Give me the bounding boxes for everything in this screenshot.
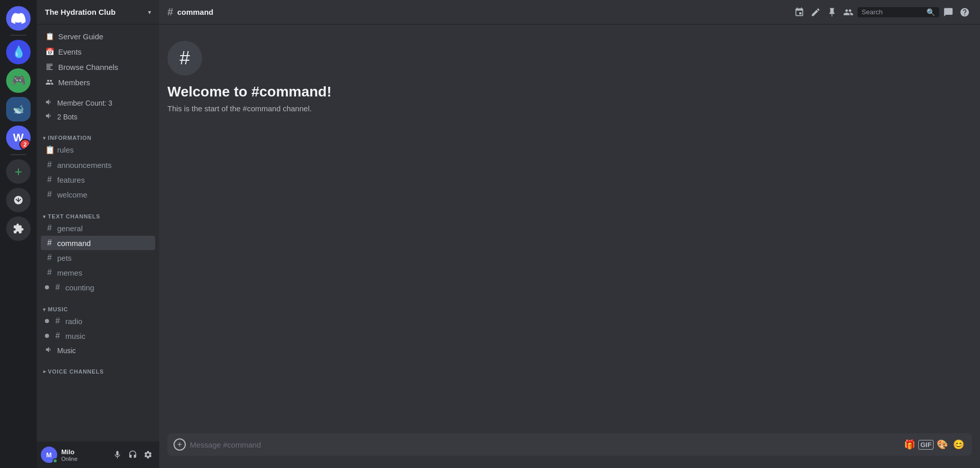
user-panel: M Milo Online bbox=[37, 441, 159, 468]
welcome-description: This is the start of the #command channe… bbox=[167, 104, 972, 113]
server-avatar-1[interactable]: 💧 bbox=[6, 40, 31, 64]
channel-name: general bbox=[57, 224, 151, 233]
category-information: ▾ INFORMATION 📋 rules # announcements # … bbox=[37, 126, 159, 204]
chat-messages: # Welcome to #command! This is the start… bbox=[159, 24, 980, 433]
emoji-button[interactable]: 😊 bbox=[951, 437, 966, 452]
edit-button[interactable] bbox=[808, 5, 823, 19]
hash-icon: # bbox=[45, 224, 54, 233]
icon-bar-divider-1 bbox=[10, 35, 27, 36]
sidebar-item-label: Server Guide bbox=[58, 32, 103, 41]
welcome-icon: # bbox=[167, 41, 202, 76]
channel-command[interactable]: # command bbox=[41, 236, 155, 250]
gif-button[interactable]: GIF bbox=[919, 437, 933, 452]
category-label: TEXT CHANNELS bbox=[48, 213, 101, 219]
sidebar-item-browse-channels[interactable]: Browse Channels bbox=[41, 59, 155, 75]
search-icon: 🔍 bbox=[926, 8, 935, 16]
channel-name: memes bbox=[57, 268, 151, 277]
channel-pets[interactable]: # pets bbox=[41, 251, 155, 265]
welcome-section: # Welcome to #command! This is the start… bbox=[159, 33, 980, 123]
top-bar-actions: 🔍 bbox=[792, 5, 972, 19]
category-header-voice-channels[interactable]: ▾ VOICE CHANNELS bbox=[41, 367, 155, 376]
channel-general[interactable]: # general bbox=[41, 221, 155, 235]
help-button[interactable] bbox=[958, 5, 972, 19]
rules-icon: 📋 bbox=[45, 145, 54, 155]
top-bar: # command bbox=[159, 0, 980, 24]
channel-music-voice[interactable]: Music bbox=[41, 343, 155, 357]
add-server-button[interactable]: + bbox=[6, 159, 31, 184]
message-input[interactable] bbox=[190, 435, 902, 454]
threads-button[interactable] bbox=[792, 5, 806, 19]
channel-bullet bbox=[45, 334, 49, 338]
message-input-box: + 🎁 GIF 🎨 😊 bbox=[167, 433, 972, 456]
channel-rules[interactable]: 📋 rules bbox=[41, 142, 155, 157]
hash-icon: # bbox=[53, 316, 62, 326]
channel-name: music bbox=[65, 332, 151, 340]
channel-name: counting bbox=[65, 283, 151, 292]
sidebar-member-count[interactable]: Member Count: 3 bbox=[41, 96, 155, 110]
members-panel-button[interactable] bbox=[841, 5, 855, 19]
channel-name: announcements bbox=[57, 161, 151, 169]
user-status-indicator bbox=[53, 458, 58, 463]
sidebar-item-label: Browse Channels bbox=[58, 63, 118, 71]
members-icon bbox=[45, 78, 54, 87]
main-content: # command bbox=[159, 0, 980, 468]
inbox-button[interactable] bbox=[941, 5, 955, 19]
discover-button[interactable] bbox=[6, 216, 31, 241]
channel-name: pets bbox=[57, 254, 151, 262]
server-avatar-3[interactable]: 🐋 bbox=[6, 97, 31, 121]
channel-welcome[interactable]: # welcome bbox=[41, 187, 155, 202]
channel-name: radio bbox=[65, 317, 151, 326]
welcome-hash-icon: # bbox=[180, 47, 190, 69]
category-text-channels: ▾ TEXT CHANNELS # general # command # pe… bbox=[37, 204, 159, 297]
bots-icon bbox=[45, 112, 53, 121]
channel-counting[interactable]: # counting bbox=[41, 280, 155, 294]
gift-button[interactable]: 🎁 bbox=[902, 437, 917, 452]
server-header[interactable]: The Hydration Club ▾ bbox=[37, 0, 159, 24]
server-avatar-2[interactable]: 🎮 bbox=[6, 68, 31, 93]
headset-button[interactable] bbox=[126, 448, 140, 462]
sidebar-nav-section: 📋 Server Guide 📅 Events Browse Channels … bbox=[37, 24, 159, 92]
events-icon: 📅 bbox=[45, 47, 54, 56]
chat-area: # Welcome to #command! This is the start… bbox=[159, 24, 980, 468]
hash-icon: # bbox=[45, 190, 54, 199]
search-input[interactable] bbox=[862, 8, 923, 16]
user-info: Milo Online bbox=[61, 448, 106, 462]
channel-name: rules bbox=[57, 145, 151, 154]
channel-title: # command bbox=[167, 6, 786, 18]
server-guide-icon: 📋 bbox=[45, 32, 54, 41]
welcome-title: Welcome to #command! bbox=[167, 84, 972, 100]
category-chevron-icon: ▾ bbox=[43, 214, 46, 219]
mute-button[interactable] bbox=[110, 448, 125, 462]
channel-features[interactable]: # features bbox=[41, 173, 155, 187]
search-bar[interactable]: 🔍 bbox=[857, 7, 939, 17]
category-header-text-channels[interactable]: ▾ TEXT CHANNELS bbox=[41, 212, 155, 220]
user-status-text: Online bbox=[61, 456, 106, 462]
category-label: MUSIC bbox=[48, 306, 68, 312]
server-chevron-icon: ▾ bbox=[148, 9, 151, 16]
user-actions bbox=[110, 448, 155, 462]
browse-channels-icon bbox=[45, 62, 54, 71]
sidebar-item-members[interactable]: Members bbox=[41, 75, 155, 90]
channel-radio[interactable]: # radio bbox=[41, 314, 155, 328]
sidebar-item-events[interactable]: 📅 Events bbox=[41, 44, 155, 59]
sidebar-item-server-guide[interactable]: 📋 Server Guide bbox=[41, 29, 155, 44]
channel-bullet bbox=[45, 285, 49, 289]
channel-music[interactable]: # music bbox=[41, 329, 155, 343]
category-header-music[interactable]: ▾ MUSIC bbox=[41, 305, 155, 313]
channel-name: welcome bbox=[57, 190, 151, 199]
sidebar-bots[interactable]: 2 Bots bbox=[41, 110, 155, 124]
channel-announcements[interactable]: # announcements bbox=[41, 158, 155, 172]
hash-icon: # bbox=[45, 268, 54, 277]
discord-home-button[interactable] bbox=[6, 6, 31, 31]
category-header-information[interactable]: ▾ INFORMATION bbox=[41, 134, 155, 142]
hash-icon: # bbox=[45, 238, 54, 248]
server-avatar-4[interactable]: W bbox=[6, 126, 31, 150]
member-count-label: Member Count: 3 bbox=[57, 99, 112, 107]
download-button[interactable] bbox=[6, 188, 31, 212]
channel-memes[interactable]: # memes bbox=[41, 265, 155, 280]
settings-button[interactable] bbox=[141, 448, 155, 462]
message-add-button[interactable]: + bbox=[174, 438, 186, 451]
sticker-button[interactable]: 🎨 bbox=[935, 437, 949, 452]
pin-button[interactable] bbox=[825, 5, 839, 19]
hash-icon: # bbox=[53, 283, 62, 292]
